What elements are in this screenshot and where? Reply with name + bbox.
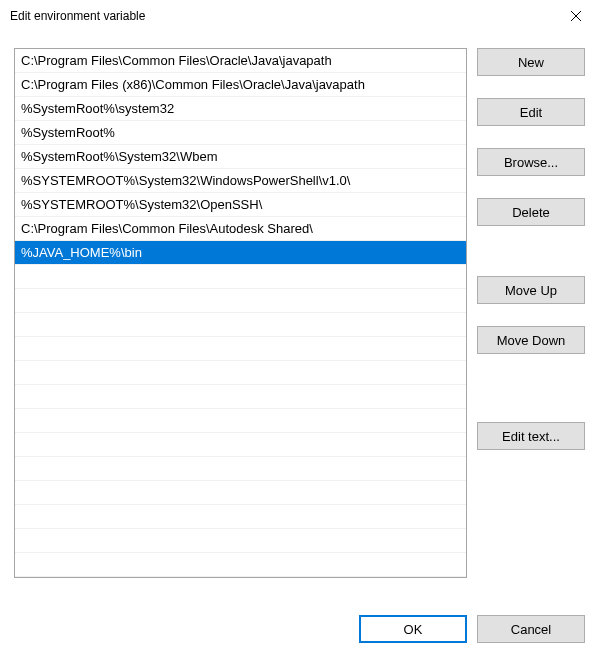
close-icon bbox=[571, 11, 581, 21]
list-empty-row bbox=[15, 409, 466, 433]
edit-env-var-dialog: Edit environment variable C:\Program Fil… bbox=[0, 0, 599, 657]
list-empty-row bbox=[15, 265, 466, 289]
list-item[interactable]: %SystemRoot%\system32 bbox=[15, 97, 466, 121]
list-empty-row bbox=[15, 505, 466, 529]
dialog-title: Edit environment variable bbox=[10, 9, 145, 23]
ok-button[interactable]: OK bbox=[359, 615, 467, 643]
list-empty-row bbox=[15, 361, 466, 385]
side-button-column: New Edit Browse... Delete Move Up Move D… bbox=[477, 48, 585, 601]
list-item[interactable]: %SYSTEMROOT%\System32\OpenSSH\ bbox=[15, 193, 466, 217]
edit-text-button[interactable]: Edit text... bbox=[477, 422, 585, 450]
list-empty-row bbox=[15, 433, 466, 457]
move-up-button[interactable]: Move Up bbox=[477, 276, 585, 304]
list-empty-row bbox=[15, 457, 466, 481]
list-empty-row bbox=[15, 313, 466, 337]
list-item[interactable]: C:\Program Files (x86)\Common Files\Orac… bbox=[15, 73, 466, 97]
list-item[interactable]: %SystemRoot%\System32\Wbem bbox=[15, 145, 466, 169]
browse-button[interactable]: Browse... bbox=[477, 148, 585, 176]
list-empty-row bbox=[15, 289, 466, 313]
list-item[interactable]: C:\Program Files\Common Files\Autodesk S… bbox=[15, 217, 466, 241]
move-down-button[interactable]: Move Down bbox=[477, 326, 585, 354]
dialog-content: C:\Program Files\Common Files\Oracle\Jav… bbox=[0, 32, 599, 601]
list-item[interactable]: C:\Program Files\Common Files\Oracle\Jav… bbox=[15, 49, 466, 73]
list-empty-row bbox=[15, 385, 466, 409]
list-item[interactable]: %SYSTEMROOT%\System32\WindowsPowerShell\… bbox=[15, 169, 466, 193]
list-empty-row bbox=[15, 481, 466, 505]
edit-button[interactable]: Edit bbox=[477, 98, 585, 126]
list-empty-row bbox=[15, 337, 466, 361]
delete-button[interactable]: Delete bbox=[477, 198, 585, 226]
titlebar: Edit environment variable bbox=[0, 0, 599, 32]
dialog-footer: OK Cancel bbox=[0, 601, 599, 657]
cancel-button[interactable]: Cancel bbox=[477, 615, 585, 643]
list-item[interactable]: %SystemRoot% bbox=[15, 121, 466, 145]
list-item[interactable]: %JAVA_HOME%\bin bbox=[15, 241, 466, 265]
close-button[interactable] bbox=[553, 0, 599, 32]
list-empty-row bbox=[15, 553, 466, 577]
path-listbox[interactable]: C:\Program Files\Common Files\Oracle\Jav… bbox=[14, 48, 467, 578]
new-button[interactable]: New bbox=[477, 48, 585, 76]
list-empty-row bbox=[15, 529, 466, 553]
